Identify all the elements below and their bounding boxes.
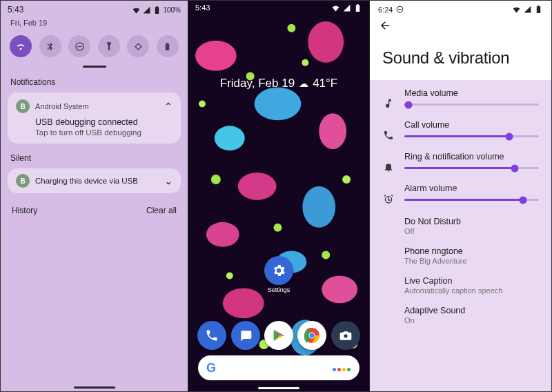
- volume-slider-music-note: Media volume: [370, 84, 551, 116]
- setting-name: Do Not Disturb: [404, 217, 539, 226]
- messages-icon: [239, 329, 253, 342]
- history-button[interactable]: History: [12, 206, 37, 215]
- alarm-icon: [382, 184, 395, 204]
- setting-row[interactable]: Adaptive SoundOn: [370, 300, 551, 330]
- signal-icon: [142, 6, 151, 14]
- silent-notification-card[interactable]: B Charging this device via USB ⌃: [8, 168, 181, 193]
- wifi-icon: [15, 41, 26, 52]
- camera-icon: [339, 329, 353, 342]
- shade-drag-handle[interactable]: [83, 66, 106, 68]
- svg-point-14: [223, 288, 264, 318]
- back-button[interactable]: [370, 15, 551, 36]
- setting-name: Phone ringtone: [404, 246, 539, 256]
- android-system-icon: B: [16, 99, 30, 113]
- weather-cloud-icon: ☁: [299, 78, 308, 89]
- battery-icon: [534, 5, 543, 14]
- setting-name: Live Caption: [404, 276, 539, 286]
- slider-track[interactable]: [404, 104, 539, 106]
- shade-date: Fri, Feb 19: [1, 16, 188, 32]
- slider-thumb[interactable]: [519, 196, 526, 204]
- music-note-icon: [382, 88, 395, 109]
- wifi-icon: [331, 3, 340, 12]
- chevron-up-icon[interactable]: ⌃: [164, 101, 172, 112]
- bluetooth-icon: [45, 41, 55, 52]
- status-icons: [512, 5, 543, 14]
- home-datetime-widget[interactable]: Friday, Feb 19 ☁ 41°F: [188, 77, 369, 90]
- play-store-icon: [271, 328, 286, 343]
- status-bar: 5:43 100%: [1, 1, 188, 16]
- slider-label: Ring & notification volume: [404, 152, 539, 161]
- assistant-icon[interactable]: [332, 363, 351, 373]
- settings-app-shortcut[interactable]: Settings: [264, 256, 293, 293]
- svg-point-22: [322, 251, 330, 259]
- signal-icon: [523, 5, 532, 14]
- shade-footer: History Clear all: [1, 199, 188, 222]
- chrome-icon: [303, 326, 321, 344]
- svg-point-19: [342, 175, 351, 184]
- silent-notification-text: Charging this device via USB: [35, 177, 159, 185]
- qs-battery-saver-tile[interactable]: [157, 35, 179, 57]
- setting-row[interactable]: Do Not DisturbOff: [370, 211, 551, 241]
- gesture-nav-bar[interactable]: [74, 386, 115, 389]
- status-time: 5:43: [8, 5, 23, 14]
- wifi-icon: [132, 6, 141, 14]
- clear-all-button[interactable]: Clear all: [146, 206, 177, 215]
- svg-point-10: [302, 186, 335, 228]
- phone-app[interactable]: [197, 321, 226, 350]
- volume-slider-alarm: Alarm volume: [370, 179, 551, 211]
- status-bar: 6:24: [370, 1, 551, 15]
- google-logo-icon: G: [206, 361, 216, 375]
- gesture-nav-bar[interactable]: [258, 387, 299, 389]
- slider-label: Alarm volume: [404, 184, 539, 193]
- slider-track[interactable]: [404, 167, 539, 169]
- setting-name: Adaptive Sound: [404, 306, 539, 315]
- camera-app[interactable]: [331, 321, 360, 350]
- notification-title: USB debugging connected: [35, 117, 172, 127]
- svg-point-13: [322, 275, 357, 303]
- setting-row[interactable]: Live CaptionAutomatically caption speech: [370, 271, 551, 300]
- svg-point-11: [206, 222, 239, 247]
- wifi-icon: [512, 5, 521, 14]
- slider-thumb[interactable]: [511, 164, 518, 172]
- play-store-app[interactable]: [264, 321, 293, 350]
- chrome-app[interactable]: [297, 321, 326, 350]
- volume-slider-bell: Ring & notification volume: [370, 148, 551, 179]
- slider-track[interactable]: [404, 199, 539, 201]
- svg-point-5: [308, 21, 344, 63]
- qs-flashlight-tile[interactable]: [98, 35, 120, 57]
- settings-body[interactable]: Media volumeCall volumeRing & notificati…: [370, 80, 551, 391]
- status-icons: 100%: [132, 6, 181, 14]
- svg-point-20: [274, 224, 282, 232]
- status-time: 5:43: [195, 3, 210, 12]
- dock: [188, 321, 369, 350]
- dnd-icon: [75, 41, 85, 52]
- qs-autorotate-tile[interactable]: [127, 35, 149, 57]
- signal-icon: [342, 3, 351, 12]
- slider-thumb[interactable]: [506, 133, 513, 140]
- messages-app[interactable]: [231, 321, 260, 350]
- bell-icon: [382, 152, 395, 173]
- setting-subtitle: The Big Adventure: [404, 257, 539, 265]
- svg-rect-2: [135, 43, 141, 50]
- setting-subtitle: Off: [404, 227, 539, 235]
- slider-label: Call volume: [404, 120, 539, 130]
- volume-slider-phone: Call volume: [370, 116, 551, 148]
- svg-point-18: [211, 175, 221, 184]
- slider-thumb[interactable]: [404, 101, 412, 108]
- chevron-down-icon[interactable]: ⌃: [164, 175, 172, 186]
- status-icons: [331, 3, 362, 12]
- arrow-left-icon: [379, 19, 392, 32]
- slider-label: Media volume: [404, 88, 539, 98]
- qs-dnd-tile[interactable]: [68, 35, 90, 57]
- battery-percent: 100%: [163, 6, 181, 14]
- notification-card[interactable]: B Android System ⌃ USB debugging connect…: [8, 92, 181, 144]
- svg-point-7: [215, 126, 245, 150]
- qs-bluetooth-tile[interactable]: [39, 35, 61, 57]
- setting-row[interactable]: Phone ringtoneThe Big Adventure: [370, 241, 551, 271]
- svg-point-27: [199, 100, 206, 107]
- settings-app-label: Settings: [264, 286, 293, 293]
- date-text: Friday, Feb 19: [220, 77, 295, 90]
- google-search-bar[interactable]: G: [198, 355, 359, 380]
- slider-track[interactable]: [404, 135, 539, 137]
- qs-wifi-tile[interactable]: [10, 35, 32, 57]
